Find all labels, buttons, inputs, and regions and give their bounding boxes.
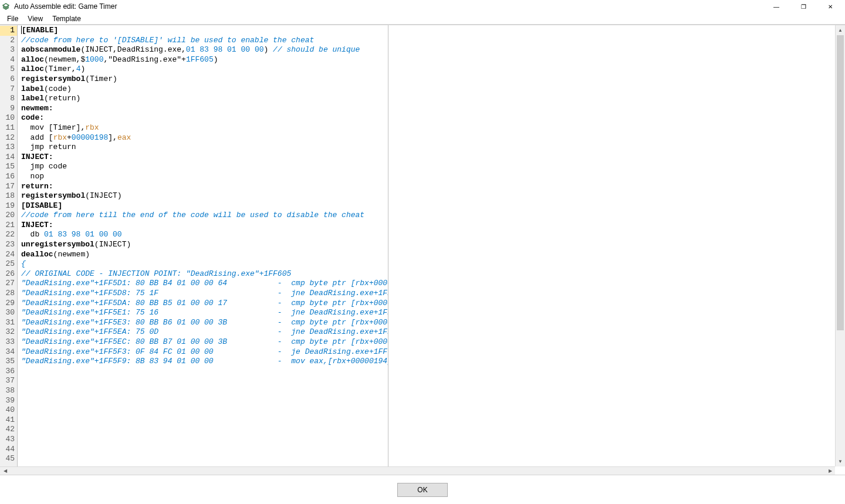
- code-line[interactable]: dealloc(newmem): [21, 250, 388, 260]
- line-number: 27: [0, 279, 17, 289]
- code-line[interactable]: "DeadRising.exe"+1FF5DA: 80 BB B5 01 00 …: [21, 299, 388, 309]
- scroll-up-icon[interactable]: ▲: [836, 25, 845, 35]
- app-icon: [1, 2, 11, 11]
- line-number: 11: [0, 123, 17, 133]
- code-line[interactable]: registersymbol(INJECT): [21, 191, 388, 201]
- menu-template[interactable]: Template: [48, 13, 86, 24]
- scroll-track[interactable]: [836, 35, 845, 456]
- line-number: 42: [0, 425, 17, 435]
- line-number: 38: [0, 386, 17, 396]
- titlebar: Auto Assemble edit: Game Timer — ❐ ✕: [0, 0, 845, 13]
- minimize-icon: —: [773, 4, 779, 10]
- line-number: 30: [0, 308, 17, 318]
- line-number: 45: [0, 454, 17, 464]
- line-number: 25: [0, 259, 17, 269]
- code-line[interactable]: add [rbx+00000198],eax: [21, 133, 388, 143]
- ok-button[interactable]: OK: [397, 483, 448, 497]
- line-number-gutter: 1234567891011121314151617181920212223242…: [0, 25, 18, 475]
- line-number: 12: [0, 133, 17, 143]
- code-line[interactable]: "DeadRising.exe"+1FF5D1: 80 BB B4 01 00 …: [21, 279, 388, 289]
- line-number: 14: [0, 153, 17, 163]
- code-pane-right: ▲ ▼: [388, 25, 845, 475]
- code-line[interactable]: "DeadRising.exe"+1FF5E3: 80 BB B6 01 00 …: [21, 318, 388, 328]
- code-line[interactable]: "DeadRising.exe"+1FF5EC: 80 BB B7 01 00 …: [21, 337, 388, 347]
- code-line[interactable]: label(return): [21, 94, 388, 104]
- code-line[interactable]: alloc(newmem,$1000,"DeadRising.exe"+1FF6…: [21, 55, 388, 65]
- line-number: 39: [0, 396, 17, 406]
- vertical-scrollbar[interactable]: ▲ ▼: [835, 25, 845, 466]
- line-number: 19: [0, 201, 17, 211]
- line-number: 9: [0, 104, 17, 114]
- line-number: 37: [0, 376, 17, 386]
- line-number: 6: [0, 75, 17, 84]
- line-number: 28: [0, 289, 17, 299]
- footer: OK: [0, 475, 845, 504]
- minimize-button[interactable]: —: [763, 0, 790, 13]
- code-line[interactable]: "DeadRising.exe"+1FF5D8: 75 1F - jne Dea…: [21, 289, 388, 299]
- code-line[interactable]: //code from here to '[DISABLE]' will be …: [21, 36, 388, 46]
- code-line[interactable]: return:: [21, 182, 388, 192]
- scroll-down-icon[interactable]: ▼: [836, 456, 845, 466]
- code-line[interactable]: alloc(Timer,4): [21, 65, 388, 75]
- line-number: 22: [0, 230, 17, 240]
- editor-area: 1234567891011121314151617181920212223242…: [0, 25, 845, 475]
- line-number: 41: [0, 415, 17, 425]
- code-line[interactable]: mov [Timer],rbx: [21, 123, 388, 133]
- code-line[interactable]: INJECT:: [21, 153, 388, 163]
- code-line[interactable]: INJECT:: [21, 221, 388, 231]
- scroll-right-icon[interactable]: ▶: [825, 467, 835, 475]
- code-line[interactable]: unregistersymbol(INJECT): [21, 240, 388, 250]
- line-number: 29: [0, 299, 17, 309]
- menubar: File View Template: [0, 13, 845, 25]
- line-number: 26: [0, 269, 17, 279]
- code-line[interactable]: [ENABLE]: [21, 26, 388, 36]
- code-line[interactable]: db 01 83 98 01 00 00: [21, 230, 388, 240]
- code-line[interactable]: "DeadRising.exe"+1FF5E1: 75 16 - jne Dea…: [21, 308, 388, 318]
- code-line[interactable]: nop: [21, 172, 388, 182]
- menu-view[interactable]: View: [23, 13, 48, 24]
- code-line[interactable]: // ORIGINAL CODE - INJECTION POINT: "Dea…: [21, 269, 388, 279]
- code-pane-left: 1234567891011121314151617181920212223242…: [0, 25, 388, 475]
- code-line[interactable]: //code from here till the end of the cod…: [21, 211, 388, 221]
- code-line[interactable]: jmp code: [21, 162, 388, 172]
- window-title: Auto Assemble edit: Game Timer: [14, 2, 763, 11]
- line-number: 32: [0, 327, 17, 337]
- line-number: 8: [0, 94, 17, 104]
- code-line[interactable]: "DeadRising.exe"+1FF5F3: 0F 84 FC 01 00 …: [21, 347, 388, 357]
- line-number: 13: [0, 143, 17, 153]
- line-number: 1: [0, 26, 17, 36]
- code-line[interactable]: jmp return: [21, 143, 388, 153]
- line-number: 16: [0, 172, 17, 182]
- scroll-thumb[interactable]: [837, 35, 844, 330]
- line-number: 15: [0, 162, 17, 172]
- maximize-button[interactable]: ❐: [790, 0, 817, 13]
- line-number: 23: [0, 240, 17, 250]
- line-number: 35: [0, 357, 17, 367]
- line-number: 17: [0, 182, 17, 192]
- code-line[interactable]: [DISABLE]: [21, 201, 388, 211]
- code-editor[interactable]: [ENABLE]//code from here to '[DISABLE]' …: [18, 25, 388, 475]
- code-line[interactable]: code:: [21, 113, 388, 123]
- code-line[interactable]: {: [21, 259, 388, 269]
- code-line[interactable]: "DeadRising.exe"+1FF5F9: 8B 83 94 01 00 …: [21, 357, 388, 367]
- code-line[interactable]: label(code): [21, 84, 388, 94]
- code-line[interactable]: newmem:: [21, 104, 388, 114]
- scroll-left-icon[interactable]: ◀: [0, 467, 10, 475]
- line-number: 33: [0, 337, 17, 347]
- line-number: 5: [0, 65, 17, 75]
- line-number: 10: [0, 113, 17, 123]
- code-line[interactable]: aobscanmodule(INJECT,DeadRising.exe,01 8…: [21, 45, 388, 55]
- code-line[interactable]: registersymbol(Timer): [21, 75, 388, 84]
- line-number: 44: [0, 445, 17, 455]
- line-number: 43: [0, 435, 17, 445]
- line-number: 3: [0, 45, 17, 55]
- close-button[interactable]: ✕: [817, 0, 844, 13]
- line-number: 7: [0, 84, 17, 94]
- code-line[interactable]: "DeadRising.exe"+1FF5EA: 75 0D - jne Dea…: [21, 327, 388, 337]
- line-number: 20: [0, 211, 17, 221]
- menu-file[interactable]: File: [2, 13, 23, 24]
- line-number: 18: [0, 191, 17, 201]
- line-number: 2: [0, 36, 17, 46]
- maximize-icon: ❐: [801, 4, 806, 10]
- horizontal-scrollbar[interactable]: ◀ ▶: [0, 466, 835, 475]
